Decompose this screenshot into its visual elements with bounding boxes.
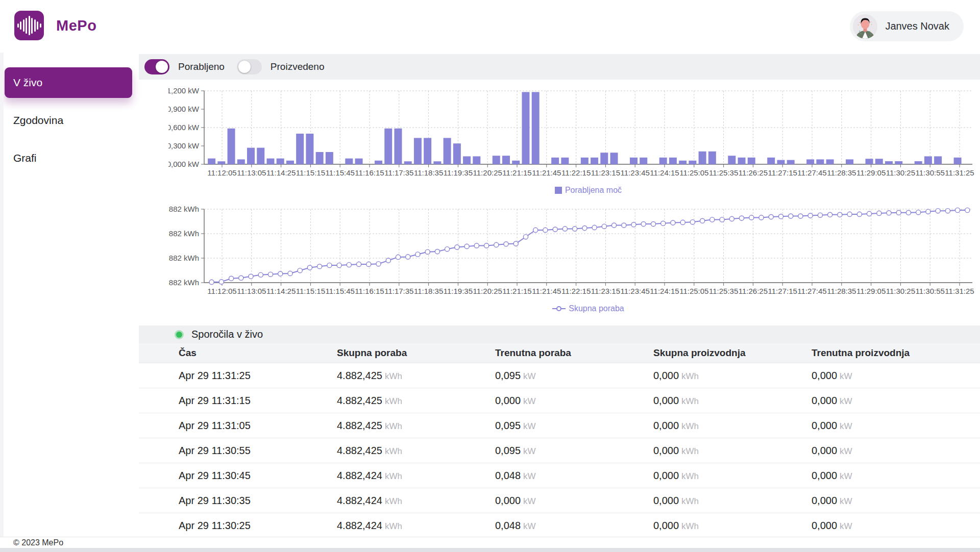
bar-series-label: Porabljena moč — [565, 186, 622, 195]
table-row: Apr 29 11:31:254.882,425kWh0,095kW0,000k… — [139, 363, 980, 388]
svg-text:11:23:15: 11:23:15 — [591, 287, 620, 295]
cell-unit: kW — [840, 446, 852, 456]
svg-text:11:26:25: 11:26:25 — [739, 168, 768, 177]
cell-trenutna-poraba: 0,000kW — [495, 495, 653, 507]
user-chip[interactable]: Janves Novak — [850, 11, 964, 41]
cell-time: Apr 29 11:30:45 — [179, 470, 337, 482]
line-series-label: Skupna poraba — [569, 304, 624, 313]
toggle-porabljeno[interactable] — [144, 59, 169, 74]
toggle-knob — [238, 61, 251, 73]
horizontal-scrollbar[interactable] — [0, 548, 980, 552]
cell-unit: kW — [523, 521, 536, 531]
cell-value: 0,095 — [495, 420, 521, 431]
svg-text:11:15:45: 11:15:45 — [326, 168, 355, 177]
cell-value: 0,000 — [812, 395, 837, 406]
cell-value: 4.882,424 — [337, 470, 382, 481]
cumulative-consumption-line-chart: 11:12:0511:13:0511:14:2511:15:1511:15:45… — [168, 203, 980, 300]
avatar — [853, 14, 877, 39]
svg-text:0,600 kW: 0,600 kW — [168, 123, 200, 132]
cell-unit: kWh — [681, 471, 699, 481]
toggle-label-porabljeno: Porabljeno — [178, 61, 225, 72]
svg-text:11:12:05: 11:12:05 — [207, 168, 236, 177]
svg-text:11:31:25: 11:31:25 — [945, 168, 974, 177]
cell-value: 0,000 — [812, 520, 837, 531]
cell-trenutna-proizvodnja: 0,000kW — [812, 445, 970, 457]
sidebar-item-v-zivo[interactable]: V živo — [5, 67, 132, 98]
cell-trenutna-poraba: 0,048kW — [495, 520, 653, 532]
svg-text:11:25:05: 11:25:05 — [679, 287, 708, 295]
cell-skupna-proizvodnja: 0,000kWh — [653, 370, 812, 382]
cell-skupna-poraba: 4.882,424kWh — [337, 495, 495, 507]
column-header-cas: Čas — [179, 347, 337, 359]
column-header-trenutna-proizvodnja: Trenutna proizvodnja — [812, 347, 970, 359]
table-row: Apr 29 11:31:154.882,425kWh0,000kW0,000k… — [139, 388, 980, 413]
cell-value: 0,000 — [812, 370, 837, 381]
vertical-scrollbar[interactable] — [0, 53, 4, 548]
cell-unit: kWh — [385, 471, 402, 481]
cell-unit: kW — [840, 471, 852, 481]
svg-text:11:20:25: 11:20:25 — [473, 287, 502, 295]
sidebar-item-grafi[interactable]: Grafi — [5, 143, 132, 173]
cell-unit: kW — [840, 396, 852, 406]
cell-value: 0,048 — [495, 470, 521, 481]
legend-square-icon — [555, 187, 562, 194]
column-header-skupna-proizvodnja: Skupna proizvodnja — [653, 347, 812, 359]
cell-unit: kWh — [681, 421, 699, 431]
header: MePo Janves Novak — [0, 0, 980, 53]
cell-time: Apr 29 11:30:55 — [179, 445, 337, 457]
cell-trenutna-poraba: 0,095kW — [495, 445, 653, 457]
toggle-proizvedeno[interactable] — [237, 59, 262, 74]
chart-mode-toggles: PorabljenoProizvedeno — [139, 54, 980, 80]
cell-time: Apr 29 11:30:25 — [179, 520, 337, 532]
svg-text:11:21:15: 11:21:15 — [502, 287, 531, 295]
cell-skupna-proizvodnja: 0,000kWh — [653, 420, 812, 432]
cell-time: Apr 29 11:31:15 — [179, 395, 337, 407]
svg-text:11:24:15: 11:24:15 — [650, 287, 679, 295]
toggle-knob — [156, 61, 168, 73]
brand-name: MePo — [56, 17, 96, 34]
cell-value: 0,000 — [653, 470, 679, 481]
cell-skupna-poraba: 4.882,424kWh — [337, 470, 495, 482]
svg-text:11:25:35: 11:25:35 — [709, 168, 738, 177]
cell-value: 0,000 — [812, 470, 837, 481]
svg-text:11:21:45: 11:21:45 — [532, 168, 561, 177]
svg-text:11:23:45: 11:23:45 — [621, 168, 650, 177]
svg-text:11:29:05: 11:29:05 — [856, 287, 886, 295]
cell-value: 4.882,425 — [337, 395, 382, 406]
cell-value: 0,095 — [495, 370, 521, 381]
brand-logo — [14, 11, 44, 40]
svg-text:11:17:35: 11:17:35 — [384, 287, 413, 295]
svg-text:4.882 kWh: 4.882 kWh — [168, 205, 199, 213]
svg-text:11:20:25: 11:20:25 — [473, 168, 502, 177]
cell-unit: kWh — [681, 446, 699, 456]
svg-text:11:28:35: 11:28:35 — [827, 287, 856, 295]
svg-text:11:15:15: 11:15:15 — [296, 287, 325, 295]
svg-text:11:31:25: 11:31:25 — [945, 287, 974, 295]
cell-value: 0,000 — [495, 495, 521, 506]
cell-value: 0,000 — [812, 420, 837, 431]
cell-time: Apr 29 11:31:25 — [179, 370, 337, 382]
cell-unit: kW — [523, 396, 536, 406]
cell-skupna-poraba: 4.882,425kWh — [337, 395, 495, 407]
svg-text:11:30:25: 11:30:25 — [886, 168, 915, 177]
cell-trenutna-proizvodnja: 0,000kW — [812, 420, 970, 432]
svg-text:0,000 kW: 0,000 kW — [168, 160, 200, 168]
cell-unit: kWh — [385, 371, 402, 381]
sidebar-item-zgodovina[interactable]: Zgodovina — [5, 105, 132, 136]
cell-unit: kWh — [681, 396, 699, 406]
svg-text:11:27:45: 11:27:45 — [797, 168, 826, 177]
cell-time: Apr 29 11:31:05 — [179, 420, 337, 432]
svg-text:11:25:05: 11:25:05 — [679, 168, 708, 177]
cell-value: 0,000 — [653, 370, 679, 381]
table-row: Apr 29 11:30:454.882,424kWh0,048kW0,000k… — [139, 463, 980, 488]
cell-skupna-proizvodnja: 0,000kWh — [653, 445, 812, 457]
svg-text:4.882 kWh: 4.882 kWh — [168, 229, 199, 238]
cell-skupna-poraba: 4.882,425kWh — [337, 420, 495, 432]
column-header-trenutna-poraba: Trenutna poraba — [495, 347, 653, 359]
svg-text:0,900 kW: 0,900 kW — [168, 105, 200, 113]
cell-value: 4.882,425 — [337, 370, 382, 381]
svg-text:11:12:05: 11:12:05 — [207, 287, 236, 295]
svg-text:0,300 kW: 0,300 kW — [168, 141, 200, 150]
cell-value: 0,000 — [812, 445, 837, 456]
svg-text:1,200 kW: 1,200 kW — [168, 86, 200, 95]
